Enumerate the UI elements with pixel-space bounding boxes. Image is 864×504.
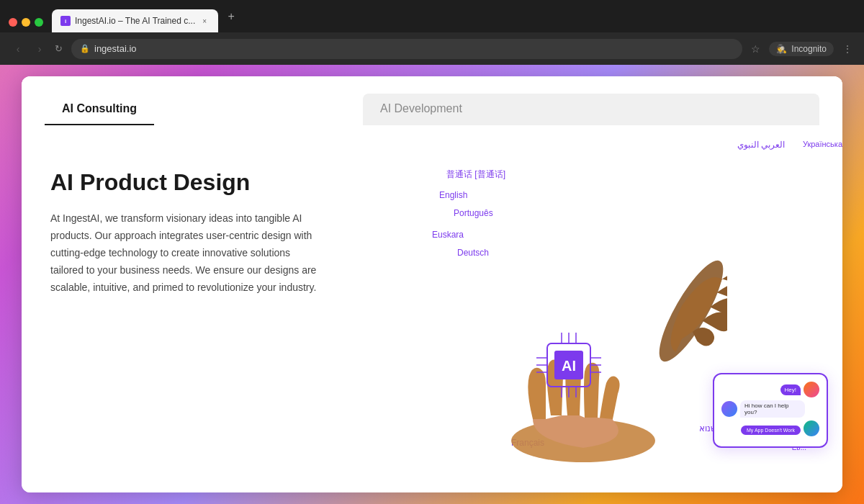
chat-bubble-3[interactable]: My App Doesn't Work (741, 426, 801, 435)
tab-consulting[interactable]: AI Consulting (45, 94, 154, 125)
chat-bubble-1: Hey! (780, 384, 801, 395)
new-tab-button[interactable]: + (221, 6, 241, 27)
more-options-button[interactable]: ⋮ (842, 43, 852, 55)
label-chinese: 普通话 [普通话] (446, 168, 505, 181)
maximize-window-button[interactable] (35, 18, 43, 27)
website-wrapper: AI Consulting AI Development AI Product … (22, 76, 842, 492)
avatar-3 (804, 420, 819, 436)
left-panel: AI Product Design At IngestAI, we transf… (22, 125, 432, 491)
tab-close-button[interactable]: × (199, 16, 210, 26)
tab-bar: i IngestAI.io – The AI Trained c... × + (0, 0, 864, 32)
product-description: At IngestAI, we transform visionary idea… (50, 210, 324, 296)
chat-bubble-2: Hi how can I help you? (740, 400, 805, 418)
minimize-window-button[interactable] (22, 18, 30, 27)
tab-development[interactable]: AI Development (363, 94, 819, 125)
development-tab-label: AI Development (380, 102, 462, 114)
chat-row-1: Hey! (721, 382, 819, 397)
label-arabic: العربي النبوي (737, 140, 785, 150)
back-button[interactable]: ‹ (12, 42, 24, 55)
refresh-button[interactable]: ↻ (55, 43, 63, 54)
active-tab[interactable]: i IngestAI.io – The AI Trained c... × (52, 9, 218, 32)
tab-favicon: i (60, 16, 71, 26)
avatar-1 (804, 382, 819, 397)
tabs-section: AI Consulting AI Development (22, 76, 842, 125)
right-panel: العربي النبوي Українська 普通话 [普通话] Engli… (432, 125, 842, 491)
forward-button[interactable]: › (33, 42, 46, 55)
chat-row-3: My App Doesn't Work (721, 420, 819, 436)
address-bar: ‹ › ↻ 🔒 ingestai.io ☆ 🕵 Incognito ⋮ (0, 32, 864, 65)
visual-container: العربي النبوي Українська 普通话 [普通话] Engli… (432, 125, 842, 491)
svg-text:AI: AI (562, 358, 576, 374)
lock-icon: 🔒 (80, 44, 90, 53)
traffic-lights (9, 18, 49, 32)
chat-row-2: Hi how can I help you? (721, 400, 819, 418)
website-content: AI Consulting AI Development AI Product … (22, 76, 842, 492)
url-text: ingestai.io (94, 43, 137, 54)
label-euskara: Euskara (432, 230, 464, 240)
chat-widget: Hey! Hi how can I help you? My App Doesn… (713, 373, 828, 448)
browser-chrome: i IngestAI.io – The AI Trained c... × + … (0, 0, 864, 65)
main-content: AI Product Design At IngestAI, we transf… (22, 125, 842, 491)
incognito-icon: 🕵 (776, 44, 787, 54)
avatar-2 (721, 401, 737, 417)
close-window-button[interactable] (9, 18, 17, 27)
consulting-tab-label: AI Consulting (62, 102, 137, 114)
product-title: AI Product Design (50, 168, 403, 196)
label-ukrainian: Українська (803, 140, 842, 148)
hands-illustration: AI (439, 253, 727, 469)
url-bar[interactable]: 🔒 ingestai.io (71, 39, 742, 59)
bookmark-icon[interactable]: ☆ (751, 43, 760, 55)
label-portuguese: Português (454, 208, 493, 218)
incognito-button[interactable]: 🕵 Incognito (769, 42, 834, 56)
label-english: English (439, 190, 467, 200)
toolbar-right: ☆ 🕵 Incognito ⋮ (751, 42, 852, 56)
incognito-label: Incognito (791, 44, 827, 54)
tab-title: IngestAI.io – The AI Trained c... (75, 16, 195, 26)
